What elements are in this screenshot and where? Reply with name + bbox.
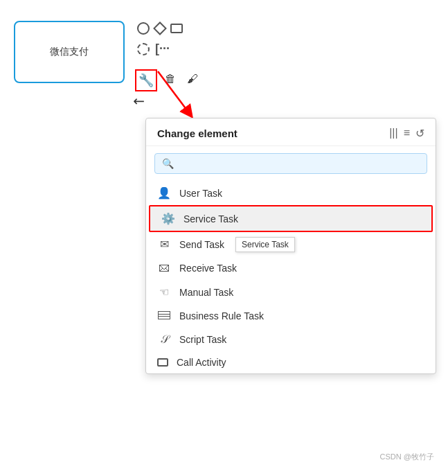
manual-task-icon: ☜: [157, 285, 171, 299]
receive-task-label: Receive Task: [179, 263, 237, 274]
watermark: CSDN @牧竹子: [380, 452, 434, 462]
rect-icon[interactable]: [170, 24, 183, 33]
dropdown-header: Change element ||| ≡ ↺: [146, 118, 436, 146]
call-activity-icon: [157, 358, 168, 367]
circle-icon[interactable]: [137, 22, 150, 35]
wrench-icon[interactable]: 🔧: [135, 69, 157, 91]
search-box[interactable]: 🔍: [154, 153, 427, 174]
business-rule-icon: [157, 310, 171, 322]
bpmn-element-label: 微信支付: [50, 46, 89, 58]
script-task-icon: 𝒮: [157, 333, 171, 346]
menu-item-call-activity[interactable]: Call Activity: [146, 351, 436, 373]
menu-item-business-rule[interactable]: Business Rule Task: [146, 304, 436, 328]
tooltip-text: Service Task: [242, 240, 289, 249]
menu-item-script-task[interactable]: 𝒮 Script Task: [146, 328, 436, 351]
reset-icon[interactable]: ↺: [415, 127, 424, 140]
dropdown-header-icons: ||| ≡ ↺: [389, 127, 424, 140]
manual-task-label: Manual Task: [179, 287, 233, 298]
menu-item-manual-task[interactable]: ☜ Manual Task: [146, 280, 436, 304]
send-task-label: Send Task: [179, 239, 224, 250]
call-activity-label: Call Activity: [177, 357, 226, 368]
receive-task-icon: 🖂: [157, 262, 171, 274]
diamond-icon[interactable]: [153, 21, 167, 35]
canvas: 微信支付 [··· 🔧 🗑 🖌 ↗ Change element: [0, 0, 448, 476]
circle-dashed-icon[interactable]: [137, 43, 150, 55]
menu-item-user-task[interactable]: 👤 User Task: [146, 181, 436, 205]
search-icon: 🔍: [162, 158, 174, 169]
business-rule-label: Business Rule Task: [179, 310, 264, 321]
service-task-label: Service Task: [183, 213, 238, 224]
search-input[interactable]: [179, 158, 420, 169]
paint-icon[interactable]: 🖌: [183, 69, 202, 89]
list-icon[interactable]: ≡: [404, 127, 410, 140]
dropdown-title: Change element: [157, 127, 238, 139]
arrow-icon: ↗: [129, 92, 149, 112]
menu-item-receive-task[interactable]: 🖂 Receive Task: [146, 256, 436, 280]
bracket-icon[interactable]: [···: [155, 42, 170, 56]
columns-icon[interactable]: |||: [389, 127, 397, 140]
service-task-icon: ⚙️: [161, 212, 175, 225]
tooltip: Service Task: [235, 237, 295, 252]
user-task-label: User Task: [179, 188, 222, 199]
send-task-icon: ✉: [157, 238, 171, 251]
menu-item-service-task[interactable]: ⚙️ Service Task: [149, 205, 433, 232]
user-task-icon: 👤: [157, 186, 171, 200]
script-task-label: Script Task: [179, 334, 226, 345]
trash-icon[interactable]: 🗑: [161, 69, 180, 89]
bpmn-element[interactable]: 微信支付: [14, 21, 125, 83]
